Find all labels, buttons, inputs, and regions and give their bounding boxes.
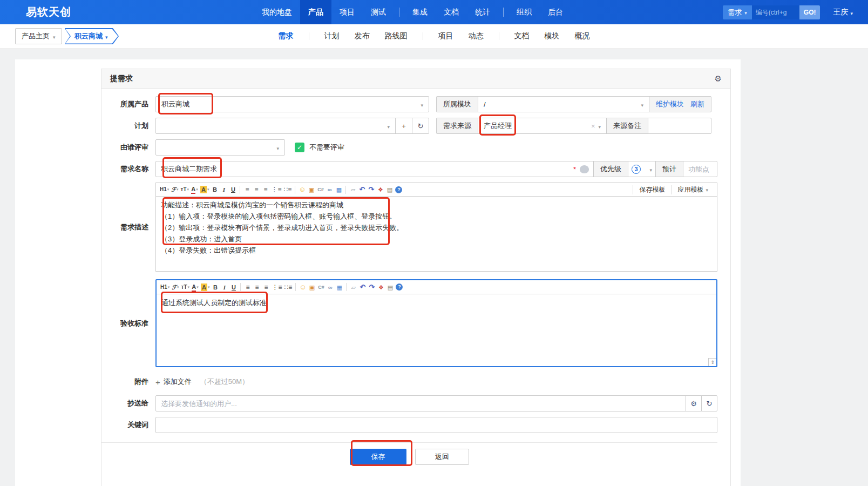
quick-create-dropdown[interactable]: 需求 bbox=[723, 5, 752, 19]
font-family-icon[interactable]: ℱ▾ bbox=[171, 282, 180, 293]
highlight-color-icon[interactable]: A▾ bbox=[200, 282, 211, 293]
underline-icon[interactable]: U bbox=[229, 282, 238, 293]
back-button[interactable]: 返回 bbox=[415, 449, 469, 465]
unordered-list-icon[interactable]: ∷≡ bbox=[283, 282, 294, 293]
align-right-icon[interactable]: ≡ bbox=[261, 282, 270, 293]
estimate-input[interactable] bbox=[683, 161, 717, 177]
go-button[interactable]: GO! bbox=[799, 5, 820, 19]
align-center-icon[interactable]: ≡ bbox=[252, 184, 261, 195]
cc-input[interactable] bbox=[155, 395, 686, 411]
breadcrumb-current-product[interactable]: 积云商城 bbox=[65, 28, 119, 44]
highlight-color-icon[interactable]: A▾ bbox=[199, 184, 210, 195]
nav-doc[interactable]: 文档 bbox=[436, 0, 467, 24]
keywords-input[interactable] bbox=[155, 417, 717, 433]
tab-module[interactable]: 模块 bbox=[545, 31, 560, 41]
tab-doc[interactable]: 文档 bbox=[514, 31, 530, 41]
story-name-input[interactable] bbox=[155, 161, 594, 177]
acceptance-content[interactable]: 通过系统测试人员制定的测试标准 bbox=[157, 294, 716, 366]
heading-h1-icon[interactable]: H1▾ bbox=[159, 184, 170, 195]
help-icon[interactable]: ? bbox=[395, 282, 404, 293]
cc-refresh-button[interactable]: ↻ bbox=[701, 395, 717, 411]
align-left-icon[interactable]: ≡ bbox=[242, 184, 252, 195]
insert-code-icon[interactable]: C# bbox=[316, 282, 326, 293]
no-review-checkbox[interactable]: ✓ bbox=[295, 143, 304, 152]
nav-project[interactable]: 项目 bbox=[331, 0, 363, 24]
redo-icon[interactable]: ↷ bbox=[367, 282, 376, 293]
heading-h1-icon[interactable]: H1▾ bbox=[159, 282, 171, 293]
italic-icon[interactable]: I bbox=[220, 282, 229, 293]
tab-plan[interactable]: 计划 bbox=[324, 31, 340, 41]
eraser-icon[interactable]: ▱ bbox=[349, 282, 358, 293]
clear-icon[interactable]: × bbox=[591, 122, 595, 130]
resize-handle-icon[interactable]: ⇕ bbox=[708, 358, 716, 366]
paste-format-icon[interactable]: ▤ bbox=[385, 184, 394, 195]
nav-stats[interactable]: 统计 bbox=[467, 0, 498, 24]
unordered-list-icon[interactable]: ∷≡ bbox=[283, 184, 293, 195]
maintain-module-link[interactable]: 维护模块 bbox=[656, 97, 684, 112]
tab-project[interactable]: 项目 bbox=[438, 31, 453, 41]
tab-release[interactable]: 发布 bbox=[355, 31, 370, 41]
nav-my-dashboard[interactable]: 我的地盘 bbox=[254, 0, 300, 24]
font-color-icon[interactable]: A▾ bbox=[191, 282, 200, 293]
tab-roadmap[interactable]: 路线图 bbox=[385, 31, 408, 41]
nav-admin[interactable]: 后台 bbox=[540, 0, 571, 24]
refresh-module-link[interactable]: 刷新 bbox=[690, 97, 704, 112]
align-center-icon[interactable]: ≡ bbox=[252, 282, 261, 293]
save-template-button[interactable]: 保存模板 bbox=[633, 185, 671, 194]
undo-icon[interactable]: ↶ bbox=[358, 282, 367, 293]
redo-icon[interactable]: ↷ bbox=[367, 184, 376, 195]
module-select[interactable]: / bbox=[478, 96, 649, 112]
priority-select[interactable]: 3 bbox=[628, 161, 656, 177]
insert-table-icon[interactable]: ▦ bbox=[335, 282, 344, 293]
apply-template-button[interactable]: 应用模板 bbox=[671, 185, 714, 194]
user-menu[interactable]: 王庆 bbox=[833, 8, 853, 17]
italic-icon[interactable]: I bbox=[219, 184, 228, 195]
insert-table-icon[interactable]: ▦ bbox=[334, 184, 343, 195]
refresh-plan-button[interactable]: ↻ bbox=[412, 118, 429, 134]
emoji-icon[interactable]: ☺ bbox=[298, 282, 307, 293]
align-left-icon[interactable]: ≡ bbox=[243, 282, 252, 293]
tab-overview[interactable]: 概况 bbox=[575, 31, 590, 41]
plus-icon[interactable]: + bbox=[155, 377, 160, 387]
save-button[interactable]: 保存 bbox=[350, 449, 406, 465]
tab-story[interactable]: 需求 bbox=[279, 31, 294, 41]
gear-icon[interactable]: ⚙ bbox=[715, 74, 722, 84]
nav-integration[interactable]: 集成 bbox=[404, 0, 436, 24]
font-family-icon[interactable]: ℱ▾ bbox=[170, 184, 179, 195]
reviewer-select[interactable] bbox=[155, 139, 285, 156]
font-size-icon[interactable]: тT▾ bbox=[179, 184, 190, 195]
add-file-link[interactable]: 添加文件 bbox=[164, 377, 192, 387]
align-right-icon[interactable]: ≡ bbox=[261, 184, 270, 195]
plan-select[interactable] bbox=[155, 118, 396, 134]
eraser-icon[interactable]: ▱ bbox=[348, 184, 357, 195]
description-content[interactable]: 功能描述：积云商城是模仿淘宝的一个销售积云课程的商城 （1）输入项：登录模块的输… bbox=[155, 197, 717, 272]
product-select[interactable]: 积云商城 bbox=[155, 96, 429, 112]
insert-image-icon[interactable]: ▣ bbox=[307, 184, 316, 195]
cc-settings-button[interactable]: ⚙ bbox=[686, 395, 702, 411]
source-select[interactable]: 产品经理 × bbox=[478, 118, 607, 134]
underline-icon[interactable]: U bbox=[228, 184, 238, 195]
nav-test[interactable]: 测试 bbox=[363, 0, 394, 24]
nav-org[interactable]: 组织 bbox=[508, 0, 540, 24]
help-icon[interactable]: ? bbox=[394, 184, 403, 195]
ordered-list-icon[interactable]: ⋮≡ bbox=[270, 184, 282, 195]
bold-icon[interactable]: B bbox=[210, 184, 219, 195]
app-logo[interactable]: 易软天创 bbox=[0, 0, 254, 24]
color-palette-icon[interactable] bbox=[580, 165, 589, 173]
font-color-icon[interactable]: A▾ bbox=[190, 184, 199, 195]
insert-link-icon[interactable]: ∞ bbox=[326, 282, 335, 293]
paste-format-icon[interactable]: ▤ bbox=[385, 282, 395, 293]
insert-link-icon[interactable]: ∞ bbox=[325, 184, 334, 195]
insert-code-icon[interactable]: C# bbox=[316, 184, 325, 195]
ordered-list-icon[interactable]: ⋮≡ bbox=[270, 282, 283, 293]
emoji-icon[interactable]: ☺ bbox=[297, 184, 307, 195]
fullscreen-icon[interactable]: ❖ bbox=[376, 184, 385, 195]
nav-product[interactable]: 产品 bbox=[300, 0, 331, 24]
tab-dynamic[interactable]: 动态 bbox=[469, 31, 484, 41]
breadcrumb-product-home[interactable]: 产品主页 bbox=[15, 28, 62, 44]
fullscreen-icon[interactable]: ❖ bbox=[376, 282, 385, 293]
bold-icon[interactable]: B bbox=[211, 282, 220, 293]
insert-image-icon[interactable]: ▣ bbox=[307, 282, 316, 293]
font-size-icon[interactable]: тT▾ bbox=[180, 282, 191, 293]
undo-icon[interactable]: ↶ bbox=[357, 184, 367, 195]
